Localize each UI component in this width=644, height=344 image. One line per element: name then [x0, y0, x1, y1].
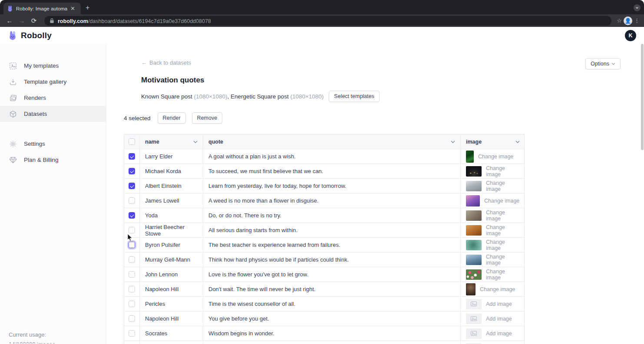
dataset-table: name quote image Larry Elder A goal with…	[124, 134, 525, 344]
row-checkbox[interactable]	[129, 153, 135, 160]
row-checkbox[interactable]	[129, 212, 135, 219]
row-checkbox[interactable]	[129, 168, 135, 174]
row-checkbox[interactable]	[129, 242, 135, 248]
image-action-link[interactable]: Change image	[486, 165, 520, 177]
sidebar-item-template-gallery[interactable]: Template gallery	[0, 74, 106, 90]
row-thumbnail[interactable]	[466, 314, 482, 324]
row-thumbnail[interactable]	[466, 195, 480, 206]
tab-close-icon[interactable]: ✕	[70, 6, 75, 11]
page-scrollbar[interactable]	[641, 44, 644, 150]
image-placeholder-icon	[466, 314, 482, 324]
image-placeholder-icon	[466, 299, 482, 309]
reload-icon[interactable]: ⟳	[29, 16, 39, 26]
row-quote: Wisdom begins in wonder.	[208, 330, 274, 337]
image-action-link[interactable]: Change image	[478, 154, 513, 160]
row-checkbox[interactable]	[129, 183, 135, 189]
row-thumbnail[interactable]	[466, 240, 482, 250]
row-thumbnail[interactable]	[466, 210, 482, 221]
row-thumbnail[interactable]	[466, 151, 474, 163]
row-checkbox[interactable]	[129, 330, 135, 337]
table-row: Albert Einstein Learn from yesterday, li…	[124, 179, 524, 193]
template-name: Known Square post	[141, 93, 194, 100]
image-action-link[interactable]: Add image	[486, 316, 512, 322]
sidebar-item-plan-billing[interactable]: Plan & Billing	[0, 152, 106, 168]
row-name: Harriet Beecher Stowe	[145, 224, 198, 237]
sidebar-item-datasets[interactable]: Datasets	[0, 106, 106, 122]
window-chevron-icon[interactable]	[634, 4, 641, 11]
table-row: Larry Elder A goal without a plan is jus…	[124, 149, 524, 164]
back-link-label: Back to datasets	[149, 59, 191, 66]
url-text: robolly.com/dashboard/datasets/6194c7d19…	[58, 17, 211, 25]
diamond-icon	[9, 156, 17, 164]
image-action-link[interactable]: Change image	[480, 286, 515, 292]
row-checkbox[interactable]	[129, 271, 135, 278]
column-header-name[interactable]: name	[140, 134, 203, 149]
row-quote: A weed is no more than a flower in disgu…	[208, 197, 319, 204]
row-name: Michael Korda	[145, 168, 181, 174]
bookmark-star-icon[interactable]: ☆	[617, 17, 622, 24]
column-label: quote	[208, 139, 223, 145]
options-button[interactable]: Options	[585, 58, 621, 69]
image-action-link[interactable]: Add image	[486, 301, 512, 307]
browser-profile-icon[interactable]: 👤	[624, 16, 632, 25]
image-action-link[interactable]: Change image	[486, 254, 520, 266]
row-checkbox[interactable]	[129, 227, 135, 233]
sidebar-item-my-templates[interactable]: My templates	[0, 58, 106, 74]
column-header-image[interactable]: image	[461, 134, 525, 149]
row-thumbnail[interactable]	[466, 181, 482, 191]
select-templates-button[interactable]: Select templates	[329, 91, 379, 102]
image-action-link[interactable]: Change image	[486, 224, 520, 236]
column-header-quote[interactable]: quote	[203, 134, 461, 149]
renders-icon	[9, 94, 17, 102]
row-name: Byron Pulsifer	[145, 242, 180, 248]
image-action-link[interactable]: Change image	[486, 269, 520, 281]
forward-icon[interactable]: →	[17, 16, 27, 26]
new-tab-icon[interactable]: +	[86, 4, 89, 11]
sidebar-item-renders[interactable]: Renders	[0, 90, 106, 106]
select-all-checkbox[interactable]	[129, 138, 135, 145]
robolly-rabbit-icon	[8, 31, 17, 40]
sort-chevron-icon[interactable]	[451, 141, 455, 143]
sort-chevron-icon[interactable]	[515, 141, 520, 143]
column-label: image	[466, 139, 482, 145]
row-thumbnail[interactable]	[466, 166, 482, 177]
row-thumbnail[interactable]	[466, 283, 476, 295]
row-thumbnail[interactable]	[466, 269, 482, 280]
sidebar-item-label: Datasets	[24, 111, 47, 117]
row-checkbox[interactable]	[129, 301, 135, 307]
remove-button[interactable]: Remove	[192, 112, 223, 124]
row-thumbnail[interactable]	[466, 299, 482, 309]
image-action-link[interactable]: Change image	[484, 198, 519, 204]
table-row: Socrates Wisdom begins in wonder. Add im…	[124, 326, 524, 341]
row-thumbnail[interactable]	[466, 225, 482, 236]
row-checkbox[interactable]	[129, 197, 135, 204]
sidebar-item-settings[interactable]: Settings	[0, 136, 106, 152]
row-thumbnail[interactable]	[466, 328, 482, 339]
back-to-datasets-link[interactable]: ←Back to datasets	[141, 59, 191, 66]
robolly-logo[interactable]: Robolly	[8, 31, 52, 40]
browser-menu-icon[interactable]: ⋮	[634, 17, 640, 24]
table-row: Napoleon Hill You give before you get. A…	[124, 311, 524, 326]
row-checkbox[interactable]	[129, 256, 135, 263]
row-thumbnail[interactable]	[466, 255, 482, 265]
image-action-link[interactable]: Add image	[486, 331, 512, 337]
row-name: Albert Einstein	[145, 183, 182, 189]
image-action-link[interactable]: Change image	[486, 210, 520, 222]
row-quote: Do, or do not. There is no try.	[208, 212, 281, 219]
row-checkbox[interactable]	[129, 315, 135, 322]
row-name: John Lennon	[145, 271, 178, 278]
user-avatar[interactable]: K	[625, 30, 636, 41]
sidebar-item-label: Renders	[24, 95, 46, 101]
image-placeholder-icon	[466, 328, 482, 339]
row-checkbox[interactable]	[129, 286, 135, 292]
render-button[interactable]: Render	[158, 112, 186, 124]
template-size: (1080×1080)	[194, 93, 228, 100]
image-action-link[interactable]: Change image	[486, 239, 520, 251]
back-icon[interactable]: ←	[4, 16, 15, 26]
image-action-link[interactable]: Change image	[486, 180, 520, 192]
url-bar[interactable]: robolly.com/dashboard/datasets/6194c7d19…	[44, 16, 611, 26]
sort-chevron-icon[interactable]	[193, 141, 198, 143]
browser-tab[interactable]: Robolly: Image automation ser ✕	[3, 3, 81, 14]
row-quote: The best teacher is experience learned f…	[208, 242, 340, 248]
row-quote: Time is the wisest counsellor of all.	[208, 301, 295, 307]
